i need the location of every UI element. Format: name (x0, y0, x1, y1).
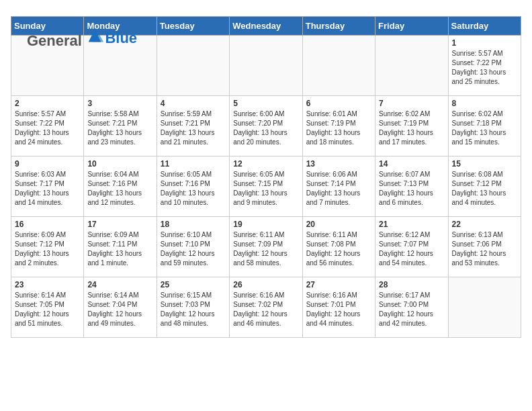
day-info: Sunrise: 6:14 AM Sunset: 7:05 PM Dayligh… (15, 291, 80, 328)
calendar-cell: 25Sunrise: 6:15 AM Sunset: 7:03 PM Dayli… (157, 277, 229, 338)
calendar-cell: 9Sunrise: 6:03 AM Sunset: 7:17 PM Daylig… (11, 156, 84, 217)
calendar-cell: 28Sunrise: 6:17 AM Sunset: 7:00 PM Dayli… (375, 277, 448, 338)
weekday-header-tuesday: Tuesday (157, 17, 229, 36)
calendar-cell: 13Sunrise: 6:06 AM Sunset: 7:14 PM Dayli… (302, 156, 375, 217)
calendar-cell: 1Sunrise: 5:57 AM Sunset: 7:22 PM Daylig… (448, 36, 521, 96)
day-info: Sunrise: 6:17 AM Sunset: 7:00 PM Dayligh… (379, 291, 444, 328)
week-row-4: 16Sunrise: 6:09 AM Sunset: 7:12 PM Dayli… (11, 217, 521, 277)
day-info: Sunrise: 5:57 AM Sunset: 7:22 PM Dayligh… (15, 109, 80, 147)
day-number: 25 (161, 280, 226, 289)
calendar-cell (157, 36, 229, 96)
day-info: Sunrise: 6:16 AM Sunset: 7:02 PM Dayligh… (233, 291, 298, 328)
calendar-cell: 3Sunrise: 5:58 AM Sunset: 7:21 PM Daylig… (84, 96, 157, 156)
day-number: 12 (233, 159, 298, 169)
calendar-cell: 6Sunrise: 6:01 AM Sunset: 7:19 PM Daylig… (302, 96, 375, 156)
day-info: Sunrise: 6:02 AM Sunset: 7:19 PM Dayligh… (379, 109, 444, 147)
day-info: Sunrise: 6:14 AM Sunset: 7:04 PM Dayligh… (87, 291, 152, 328)
logo: General Blue (27, 27, 137, 50)
day-info: Sunrise: 6:04 AM Sunset: 7:16 PM Dayligh… (87, 170, 152, 208)
calendar-cell (230, 36, 302, 96)
calendar-cell: 24Sunrise: 6:14 AM Sunset: 7:04 PM Dayli… (84, 277, 157, 338)
day-info: Sunrise: 5:57 AM Sunset: 7:22 PM Dayligh… (452, 49, 517, 87)
day-info: Sunrise: 6:09 AM Sunset: 7:11 PM Dayligh… (87, 230, 152, 268)
day-number: 27 (306, 280, 371, 289)
weekday-header-wednesday: Wednesday (230, 17, 302, 36)
day-number: 7 (379, 99, 444, 108)
calendar-cell (375, 36, 448, 96)
weekday-header-friday: Friday (375, 17, 448, 36)
day-number: 14 (379, 159, 444, 169)
calendar-cell: 8Sunrise: 6:02 AM Sunset: 7:18 PM Daylig… (448, 96, 521, 156)
week-row-2: 2Sunrise: 5:57 AM Sunset: 7:22 PM Daylig… (11, 96, 521, 156)
day-number: 8 (452, 99, 517, 108)
day-info: Sunrise: 5:58 AM Sunset: 7:21 PM Dayligh… (87, 109, 152, 147)
calendar-cell: 10Sunrise: 6:04 AM Sunset: 7:16 PM Dayli… (84, 156, 157, 217)
day-info: Sunrise: 6:09 AM Sunset: 7:12 PM Dayligh… (15, 230, 80, 268)
day-info: Sunrise: 6:00 AM Sunset: 7:20 PM Dayligh… (233, 109, 298, 147)
logo-general: General (27, 32, 82, 49)
weekday-header-saturday: Saturday (448, 17, 521, 36)
day-number: 1 (452, 38, 517, 48)
day-number: 20 (306, 220, 371, 229)
calendar-cell: 11Sunrise: 6:05 AM Sunset: 7:16 PM Dayli… (157, 156, 229, 217)
day-info: Sunrise: 6:05 AM Sunset: 7:15 PM Dayligh… (233, 170, 298, 208)
day-number: 22 (452, 220, 517, 229)
calendar-cell: 17Sunrise: 6:09 AM Sunset: 7:11 PM Dayli… (84, 217, 157, 277)
logo-icon (86, 27, 105, 46)
calendar-cell: 5Sunrise: 6:00 AM Sunset: 7:20 PM Daylig… (230, 96, 302, 156)
day-info: Sunrise: 6:10 AM Sunset: 7:10 PM Dayligh… (161, 230, 226, 268)
calendar-cell: 21Sunrise: 6:12 AM Sunset: 7:07 PM Dayli… (375, 217, 448, 277)
day-number: 23 (15, 280, 80, 289)
calendar-cell: 14Sunrise: 6:07 AM Sunset: 7:13 PM Dayli… (375, 156, 448, 217)
day-number: 3 (87, 99, 152, 108)
day-info: Sunrise: 6:15 AM Sunset: 7:03 PM Dayligh… (161, 291, 226, 328)
day-number: 18 (161, 220, 226, 229)
calendar-cell: 27Sunrise: 6:16 AM Sunset: 7:01 PM Dayli… (302, 277, 375, 338)
day-number: 21 (379, 220, 444, 229)
calendar-cell: 4Sunrise: 5:59 AM Sunset: 7:21 PM Daylig… (157, 96, 229, 156)
calendar: SundayMondayTuesdayWednesdayThursdayFrid… (11, 16, 521, 338)
calendar-cell: 7Sunrise: 6:02 AM Sunset: 7:19 PM Daylig… (375, 96, 448, 156)
day-number: 28 (379, 280, 444, 289)
calendar-cell: 20Sunrise: 6:11 AM Sunset: 7:08 PM Dayli… (302, 217, 375, 277)
calendar-cell: 2Sunrise: 5:57 AM Sunset: 7:22 PM Daylig… (11, 96, 84, 156)
calendar-cell: 23Sunrise: 6:14 AM Sunset: 7:05 PM Dayli… (11, 277, 84, 338)
day-number: 2 (15, 99, 80, 108)
calendar-cell: 12Sunrise: 6:05 AM Sunset: 7:15 PM Dayli… (230, 156, 302, 217)
calendar-cell (448, 277, 521, 338)
day-number: 6 (306, 99, 371, 108)
calendar-cell: 18Sunrise: 6:10 AM Sunset: 7:10 PM Dayli… (157, 217, 229, 277)
day-number: 13 (306, 159, 371, 169)
week-row-3: 9Sunrise: 6:03 AM Sunset: 7:17 PM Daylig… (11, 156, 521, 217)
day-info: Sunrise: 6:02 AM Sunset: 7:18 PM Dayligh… (452, 109, 517, 147)
day-number: 19 (233, 220, 298, 229)
day-info: Sunrise: 5:59 AM Sunset: 7:21 PM Dayligh… (161, 109, 226, 147)
day-number: 10 (87, 159, 152, 169)
day-info: Sunrise: 6:01 AM Sunset: 7:19 PM Dayligh… (306, 109, 371, 147)
calendar-table: SundayMondayTuesdayWednesdayThursdayFrid… (11, 16, 521, 338)
day-info: Sunrise: 6:16 AM Sunset: 7:01 PM Dayligh… (306, 291, 371, 328)
day-number: 5 (233, 99, 298, 108)
day-number: 17 (87, 220, 152, 229)
calendar-cell: 15Sunrise: 6:08 AM Sunset: 7:12 PM Dayli… (448, 156, 521, 217)
day-number: 4 (161, 99, 226, 108)
day-info: Sunrise: 6:08 AM Sunset: 7:12 PM Dayligh… (452, 170, 517, 208)
day-info: Sunrise: 6:11 AM Sunset: 7:09 PM Dayligh… (233, 230, 298, 268)
day-info: Sunrise: 6:05 AM Sunset: 7:16 PM Dayligh… (161, 170, 226, 208)
calendar-cell: 22Sunrise: 6:13 AM Sunset: 7:06 PM Dayli… (448, 217, 521, 277)
day-number: 16 (15, 220, 80, 229)
day-number: 15 (452, 159, 517, 169)
calendar-cell: 19Sunrise: 6:11 AM Sunset: 7:09 PM Dayli… (230, 217, 302, 277)
day-number: 11 (161, 159, 226, 169)
calendar-cell (302, 36, 375, 96)
day-info: Sunrise: 6:13 AM Sunset: 7:06 PM Dayligh… (452, 230, 517, 268)
week-row-5: 23Sunrise: 6:14 AM Sunset: 7:05 PM Dayli… (11, 277, 521, 338)
day-info: Sunrise: 6:11 AM Sunset: 7:08 PM Dayligh… (306, 230, 371, 268)
day-info: Sunrise: 6:12 AM Sunset: 7:07 PM Dayligh… (379, 230, 444, 268)
logo-blue: Blue (105, 30, 137, 46)
day-info: Sunrise: 6:06 AM Sunset: 7:14 PM Dayligh… (306, 170, 371, 208)
day-info: Sunrise: 6:03 AM Sunset: 7:17 PM Dayligh… (15, 170, 80, 208)
calendar-cell: 26Sunrise: 6:16 AM Sunset: 7:02 PM Dayli… (230, 277, 302, 338)
day-info: Sunrise: 6:07 AM Sunset: 7:13 PM Dayligh… (379, 170, 444, 208)
weekday-header-thursday: Thursday (302, 17, 375, 36)
